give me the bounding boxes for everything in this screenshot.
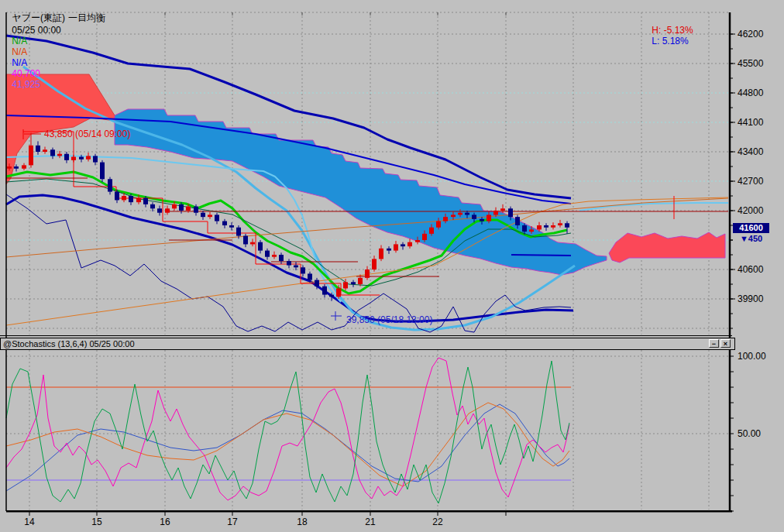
candle-body [122, 196, 126, 200]
candle-body [407, 242, 412, 246]
candle-body [165, 208, 170, 212]
x-axis-label: 15 [91, 517, 102, 527]
candle-body [79, 157, 84, 160]
candle-body [394, 244, 398, 250]
candle-body [515, 217, 520, 225]
x-axis-label: 18 [297, 517, 308, 527]
candle-body [136, 198, 141, 202]
candle-body [443, 217, 448, 221]
indicator-value-1: N/A [12, 36, 27, 46]
high-percent: H: -5.13% [652, 25, 693, 36]
candle-body [129, 196, 133, 202]
candle-body [208, 215, 212, 217]
candle-body [487, 215, 491, 221]
stoch-percent-d-magenta [6, 358, 569, 500]
candle-body [551, 225, 555, 228]
candle-body [558, 223, 562, 225]
candle-body [322, 287, 327, 295]
candle-body [315, 280, 319, 287]
main-chart-title: ヤフー(東証)一目均衡 05/25 00:00 N/A N/A N/A 40,7… [2, 1, 108, 12]
candle-body [465, 213, 469, 215]
candle-body [143, 198, 148, 204]
candle-body [50, 149, 55, 156]
x-axis-label: 21 [365, 517, 376, 527]
stoch-axis-label: 100.00 [738, 351, 766, 362]
candle-body [301, 267, 305, 273]
candle-body [387, 249, 391, 251]
senkou-b-value: 41,925 [12, 79, 40, 90]
candle-body [480, 219, 484, 221]
y-axis-label: 39900 [738, 293, 764, 304]
x-axis-label: 17 [227, 517, 238, 527]
candle-body [272, 255, 277, 257]
current-price-box: 41600 [733, 223, 769, 233]
stoch-axis-label: 50.00 [738, 428, 761, 439]
candle-body [250, 242, 255, 245]
candle-body [365, 269, 370, 278]
candle-body [215, 215, 219, 221]
bottom-axis-line [6, 510, 732, 513]
candle-body [458, 213, 462, 215]
candle-body [415, 240, 420, 242]
y-axis-label: 44100 [738, 117, 764, 128]
y-axis-label: 40600 [738, 264, 764, 275]
y-axis-label: 46200 [738, 29, 764, 39]
candle-body [43, 149, 47, 152]
candle-body [243, 236, 248, 245]
price-change-badge: ▼450 [733, 234, 769, 243]
high-low-readout: H: -5.13% L: 5.18% [641, 14, 733, 57]
candle-body [36, 146, 40, 152]
timestamp: 05/25 00:00 [12, 25, 60, 36]
stochastics-panel-header[interactable]: @Stochastics (13,6,4) 05/25 00:00 − × [0, 338, 735, 350]
candle-body [401, 244, 405, 246]
low-annotation: 39,850 (05/18 13:00) [346, 314, 432, 325]
candle-body [22, 165, 26, 168]
candle-body [436, 221, 441, 228]
candle-body [493, 211, 498, 215]
candle-body [508, 208, 513, 217]
indicator-value-3: N/A [12, 57, 27, 68]
candle-body [287, 261, 291, 265]
candle-body [336, 288, 341, 297]
stoch-percent-k-green [6, 361, 569, 503]
y-axis-label: 42000 [738, 205, 764, 216]
senkou-a-value: 40,700 [12, 68, 40, 79]
ichimoku-cloud-bearish-future [609, 232, 725, 263]
minimize-button[interactable]: − [709, 339, 719, 348]
candle-body [422, 234, 427, 240]
candle-body [194, 207, 198, 213]
high-annotation: 43,850 (05/14 09:00) [44, 129, 130, 139]
candle-body [108, 179, 112, 191]
candle-body [265, 251, 270, 257]
stoch-slow-blue [6, 404, 569, 491]
symbol-name: ヤフー(東証) [12, 12, 65, 23]
indicator-value-2: N/A [12, 46, 27, 57]
candle-body [86, 156, 91, 159]
candle-body [7, 166, 12, 169]
candle-body [522, 225, 527, 232]
navy-flat-segment [511, 255, 571, 256]
candle-body [229, 225, 234, 228]
candle-body [71, 157, 76, 160]
candle-body [222, 221, 227, 225]
y-axis-label: 42700 [738, 176, 764, 187]
candle-body [258, 242, 263, 251]
x-axis-label: 16 [160, 517, 170, 527]
candle-body [500, 208, 505, 211]
candle-body [236, 228, 241, 236]
close-icon[interactable]: × [720, 339, 731, 348]
candle-body [201, 213, 205, 217]
candle-body [343, 282, 348, 288]
candle-body [157, 208, 162, 212]
candle-body [93, 156, 98, 162]
y-axis-label: 43400 [738, 146, 764, 157]
candle-body [279, 255, 284, 261]
candle-body [150, 204, 155, 208]
candle-body [179, 204, 184, 211]
y-axis-label: 44800 [738, 88, 764, 98]
x-axis-label: 22 [432, 517, 443, 527]
chart-canvas[interactable]: 43,850 (05/14 09:00)39,850 (05/18 13:00)… [0, 0, 784, 532]
candle-body [544, 225, 548, 228]
ichimoku-cloud-bullish-mid [115, 109, 607, 275]
x-axis-label: 14 [24, 517, 35, 527]
